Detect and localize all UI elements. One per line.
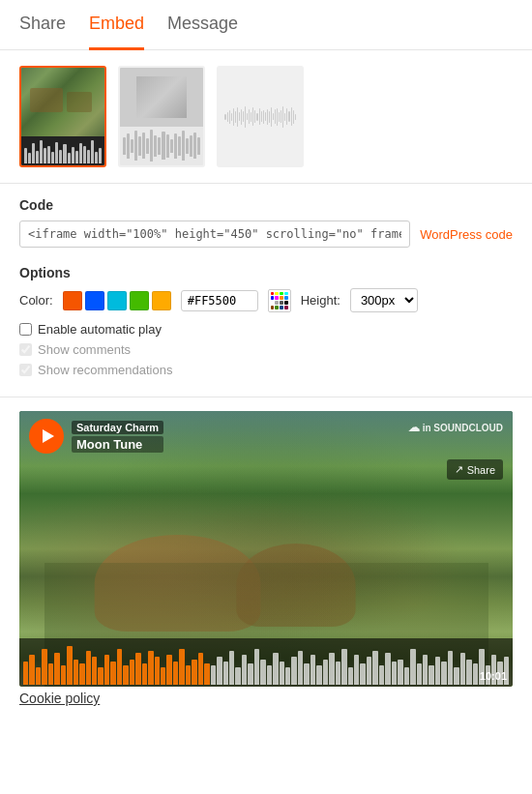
theme-thumb-2[interactable] <box>118 66 205 167</box>
tab-message[interactable]: Message <box>167 14 238 50</box>
code-input[interactable] <box>19 221 410 248</box>
code-section: Code WordPress code <box>0 184 532 261</box>
cookie-policy-link[interactable]: Cookie policy <box>19 691 100 706</box>
tab-bar: Share Embed Message <box>0 0 532 50</box>
color-option-row: Color: Height: <box>19 288 513 312</box>
autoplay-row: Enable automatic play <box>19 322 513 337</box>
swatch-cyan[interactable] <box>107 291 127 310</box>
autoplay-checkbox[interactable] <box>19 323 32 336</box>
wordpress-code-link[interactable]: WordPress code <box>420 227 513 242</box>
comments-row: Show comments <box>19 342 513 357</box>
play-icon <box>43 429 54 443</box>
theme-thumb-3[interactable] <box>217 66 304 167</box>
soundcloud-cloud-icon: ☁ <box>408 421 420 434</box>
options-section: Options Color: H <box>0 261 532 397</box>
preview-waveform[interactable] <box>19 638 513 687</box>
theme-thumb-1[interactable] <box>19 66 106 167</box>
color-picker-icon[interactable] <box>268 289 291 312</box>
preview-play-button[interactable] <box>29 419 64 454</box>
soundcloud-logo: ☁ in SOUNDCLOUD <box>408 421 503 434</box>
tab-embed[interactable]: Embed <box>89 14 144 50</box>
swatch-blue[interactable] <box>85 291 104 310</box>
swatch-green[interactable] <box>130 291 149 310</box>
code-label: Code <box>19 197 513 213</box>
height-label: Height: <box>301 293 340 308</box>
color-swatches <box>63 291 171 310</box>
swatch-yellow[interactable] <box>152 291 171 310</box>
preview-container: Saturday Charm Moon Tune ☁ in SOUNDCLOUD… <box>19 411 513 687</box>
show-comments-checkbox[interactable] <box>19 343 32 356</box>
track-title: Moon Tune <box>72 436 163 453</box>
color-hex-input[interactable] <box>181 290 258 311</box>
preview-top-bar: Saturday Charm Moon Tune <box>19 411 513 461</box>
autoplay-label: Enable automatic play <box>38 322 162 337</box>
soundcloud-text: in SOUNDCLOUD <box>423 423 503 433</box>
share-arrow-icon: ↗ <box>455 463 463 476</box>
preview-time: 10:01 <box>480 670 507 682</box>
track-artist: Saturday Charm <box>72 421 163 434</box>
track-info: Saturday Charm Moon Tune <box>72 421 163 453</box>
show-comments-label: Show comments <box>38 342 131 357</box>
color-label: Color: <box>19 293 53 308</box>
show-recommendations-label: Show recommendations <box>38 363 172 377</box>
theme-thumbnails <box>0 50 532 184</box>
height-select[interactable]: 166px 300px 450px <box>350 288 418 312</box>
options-label: Options <box>19 265 513 280</box>
show-recommendations-checkbox[interactable] <box>19 364 32 376</box>
swatch-orange[interactable] <box>63 291 82 310</box>
share-label: Share <box>467 464 495 476</box>
tab-share[interactable]: Share <box>19 14 66 50</box>
recommendations-row: Show recommendations <box>19 363 513 377</box>
cookie-policy-row: Cookie policy <box>19 691 513 706</box>
preview-share-button[interactable]: ↗ Share <box>447 459 503 480</box>
